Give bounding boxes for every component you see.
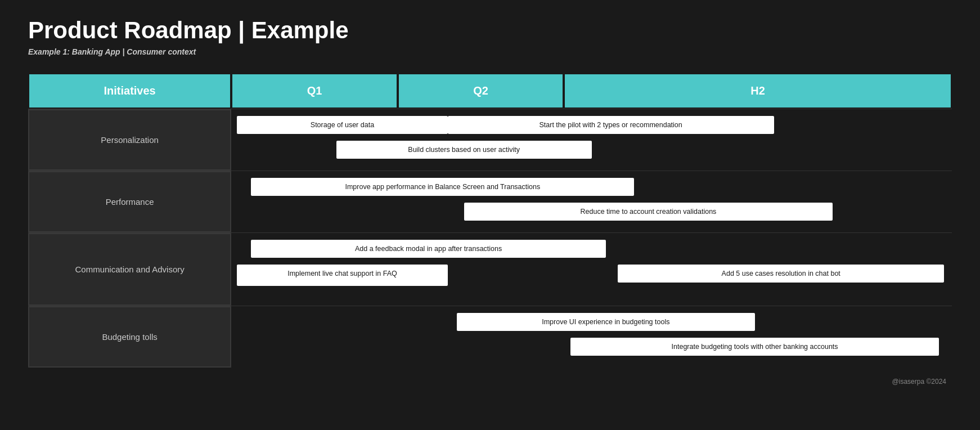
row-performance: Performance Improve app performance in B… <box>28 171 952 232</box>
task-storage-user-data: Storage of user data <box>237 116 447 134</box>
header-h2: H2 <box>564 73 952 109</box>
task-build-clusters: Build clusters based on user activity <box>336 141 592 159</box>
page-title: Product Roadmap | Example <box>28 17 952 44</box>
column-headers: Initiatives Q1 Q2 H2 <box>28 73 952 109</box>
initiative-label-communication: Communication and Advisory <box>28 233 231 306</box>
task-reduce-time: Reduce time to account creation validati… <box>464 203 833 221</box>
initiative-label-personalization: Personalization <box>28 109 231 171</box>
footer-credit: @isaserpa ©2024 <box>28 378 952 386</box>
task-improve-app-performance: Improve app performance in Balance Scree… <box>251 178 634 196</box>
task-start-pilot: Start the pilot with 2 types or recommen… <box>448 116 774 134</box>
page-subtitle: Example 1: Banking App | Consumer contex… <box>28 47 952 56</box>
task-chatbot-use-cases: Add 5 use cases resolution in chat bot <box>618 265 944 283</box>
task-feedback-modal: Add a feedback modal in app after transa… <box>251 240 605 258</box>
header-initiatives: Initiatives <box>28 73 231 109</box>
row-budgeting: Budgeting tolls Improve UI experience in… <box>28 306 952 368</box>
roadmap-wrapper: Initiatives Q1 Q2 H2 Personalization Sto… <box>28 73 952 368</box>
header-q1: Q1 <box>231 73 398 109</box>
row-communication: Communication and Advisory Add a feedbac… <box>28 232 952 306</box>
header-q2: Q2 <box>398 73 564 109</box>
task-improve-budgeting-ui: Improve UI experience in budgeting tools <box>457 313 755 331</box>
row-personalization: Personalization Storage of user data Sta… <box>28 109 952 171</box>
initiative-label-budgeting: Budgeting tolls <box>28 306 231 368</box>
task-integrate-budgeting: Integrate budgeting tools with other ban… <box>570 338 939 356</box>
task-live-chat: Implement live chat support in FAQ <box>237 265 447 286</box>
initiative-label-performance: Performance <box>28 171 231 232</box>
